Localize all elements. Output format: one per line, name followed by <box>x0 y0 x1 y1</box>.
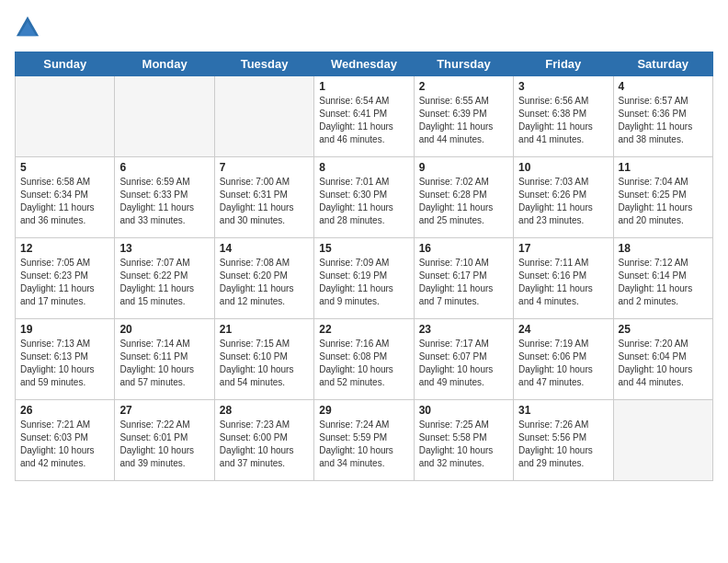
cell-info: Sunrise: 7:23 AM Sunset: 6:00 PM Dayligh… <box>220 419 309 470</box>
cell-info: Sunrise: 7:01 AM Sunset: 6:30 PM Dayligh… <box>319 176 408 227</box>
calendar-cell: 12Sunrise: 7:05 AM Sunset: 6:23 PM Dayli… <box>16 238 115 319</box>
day-number: 10 <box>518 161 608 174</box>
calendar-cell: 11Sunrise: 7:04 AM Sunset: 6:25 PM Dayli… <box>613 157 712 238</box>
day-number: 6 <box>119 161 209 174</box>
day-number: 26 <box>20 404 109 417</box>
weekday-header-friday: Friday <box>514 52 613 76</box>
cell-info: Sunrise: 7:03 AM Sunset: 6:26 PM Dayligh… <box>518 176 608 227</box>
cell-info: Sunrise: 7:04 AM Sunset: 6:25 PM Dayligh… <box>619 176 708 227</box>
day-number: 17 <box>518 242 608 255</box>
day-number: 12 <box>20 242 109 255</box>
day-number: 15 <box>319 242 408 255</box>
day-number: 19 <box>20 323 109 336</box>
calendar-cell: 16Sunrise: 7:10 AM Sunset: 6:17 PM Dayli… <box>414 238 513 319</box>
calendar-cell: 2Sunrise: 6:55 AM Sunset: 6:39 PM Daylig… <box>414 76 513 157</box>
cell-info: Sunrise: 7:14 AM Sunset: 6:11 PM Dayligh… <box>119 338 209 389</box>
cell-info: Sunrise: 7:26 AM Sunset: 5:56 PM Dayligh… <box>518 419 608 470</box>
day-number: 8 <box>319 161 408 174</box>
calendar-cell <box>214 76 313 157</box>
cell-info: Sunrise: 6:57 AM Sunset: 6:36 PM Dayligh… <box>619 95 708 146</box>
day-number: 23 <box>419 323 508 336</box>
day-number: 29 <box>319 404 408 417</box>
calendar-cell: 18Sunrise: 7:12 AM Sunset: 6:14 PM Dayli… <box>613 238 712 319</box>
calendar-cell: 9Sunrise: 7:02 AM Sunset: 6:28 PM Daylig… <box>414 157 513 238</box>
cell-info: Sunrise: 7:20 AM Sunset: 6:04 PM Dayligh… <box>619 338 708 389</box>
calendar-cell: 26Sunrise: 7:21 AM Sunset: 6:03 PM Dayli… <box>16 400 115 481</box>
day-number: 21 <box>220 323 309 336</box>
day-number: 14 <box>220 242 309 255</box>
cell-info: Sunrise: 7:02 AM Sunset: 6:28 PM Dayligh… <box>419 176 508 227</box>
calendar-week-5: 26Sunrise: 7:21 AM Sunset: 6:03 PM Dayli… <box>16 400 713 481</box>
cell-info: Sunrise: 7:11 AM Sunset: 6:16 PM Dayligh… <box>518 257 608 308</box>
cell-info: Sunrise: 7:05 AM Sunset: 6:23 PM Dayligh… <box>20 257 109 308</box>
day-number: 20 <box>119 323 209 336</box>
day-number: 30 <box>419 404 508 417</box>
calendar-cell: 8Sunrise: 7:01 AM Sunset: 6:30 PM Daylig… <box>314 157 414 238</box>
cell-info: Sunrise: 7:19 AM Sunset: 6:06 PM Dayligh… <box>518 338 608 389</box>
calendar-week-4: 19Sunrise: 7:13 AM Sunset: 6:13 PM Dayli… <box>16 319 713 400</box>
cell-info: Sunrise: 7:10 AM Sunset: 6:17 PM Dayligh… <box>419 257 508 308</box>
day-number: 9 <box>419 161 508 174</box>
day-number: 4 <box>619 80 708 93</box>
day-number: 1 <box>319 80 408 93</box>
calendar-cell <box>613 400 712 481</box>
page-header <box>15 15 713 40</box>
day-number: 16 <box>419 242 508 255</box>
cell-info: Sunrise: 7:12 AM Sunset: 6:14 PM Dayligh… <box>619 257 708 308</box>
calendar-table: SundayMondayTuesdayWednesdayThursdayFrid… <box>15 52 713 481</box>
calendar-week-3: 12Sunrise: 7:05 AM Sunset: 6:23 PM Dayli… <box>16 238 713 319</box>
calendar-cell: 24Sunrise: 7:19 AM Sunset: 6:06 PM Dayli… <box>514 319 613 400</box>
calendar-cell: 25Sunrise: 7:20 AM Sunset: 6:04 PM Dayli… <box>613 319 712 400</box>
day-number: 5 <box>20 161 109 174</box>
calendar-cell: 6Sunrise: 6:59 AM Sunset: 6:33 PM Daylig… <box>115 157 214 238</box>
cell-info: Sunrise: 7:13 AM Sunset: 6:13 PM Dayligh… <box>20 338 109 389</box>
calendar-cell: 22Sunrise: 7:16 AM Sunset: 6:08 PM Dayli… <box>314 319 414 400</box>
calendar-cell: 28Sunrise: 7:23 AM Sunset: 6:00 PM Dayli… <box>214 400 313 481</box>
cell-info: Sunrise: 7:22 AM Sunset: 6:01 PM Dayligh… <box>119 419 209 470</box>
cell-info: Sunrise: 6:55 AM Sunset: 6:39 PM Dayligh… <box>419 95 508 146</box>
day-number: 22 <box>319 323 408 336</box>
calendar-cell: 20Sunrise: 7:14 AM Sunset: 6:11 PM Dayli… <box>115 319 214 400</box>
calendar-cell <box>16 76 115 157</box>
logo <box>15 15 44 40</box>
cell-info: Sunrise: 7:21 AM Sunset: 6:03 PM Dayligh… <box>20 419 109 470</box>
cell-info: Sunrise: 6:59 AM Sunset: 6:33 PM Dayligh… <box>119 176 209 227</box>
calendar-cell: 30Sunrise: 7:25 AM Sunset: 5:58 PM Dayli… <box>414 400 513 481</box>
cell-info: Sunrise: 7:24 AM Sunset: 5:59 PM Dayligh… <box>319 419 408 470</box>
weekday-header-sunday: Sunday <box>16 52 115 76</box>
day-number: 31 <box>518 404 608 417</box>
weekday-header-row: SundayMondayTuesdayWednesdayThursdayFrid… <box>16 52 713 76</box>
calendar-cell: 7Sunrise: 7:00 AM Sunset: 6:31 PM Daylig… <box>214 157 313 238</box>
cell-info: Sunrise: 7:08 AM Sunset: 6:20 PM Dayligh… <box>220 257 309 308</box>
day-number: 11 <box>619 161 708 174</box>
cell-info: Sunrise: 7:25 AM Sunset: 5:58 PM Dayligh… <box>419 419 508 470</box>
day-number: 7 <box>220 161 309 174</box>
calendar-cell: 4Sunrise: 6:57 AM Sunset: 6:36 PM Daylig… <box>613 76 712 157</box>
calendar-cell: 10Sunrise: 7:03 AM Sunset: 6:26 PM Dayli… <box>514 157 613 238</box>
weekday-header-monday: Monday <box>115 52 214 76</box>
calendar-week-2: 5Sunrise: 6:58 AM Sunset: 6:34 PM Daylig… <box>16 157 713 238</box>
calendar-cell: 31Sunrise: 7:26 AM Sunset: 5:56 PM Dayli… <box>514 400 613 481</box>
cell-info: Sunrise: 6:54 AM Sunset: 6:41 PM Dayligh… <box>319 95 408 146</box>
calendar-cell: 21Sunrise: 7:15 AM Sunset: 6:10 PM Dayli… <box>214 319 313 400</box>
calendar-cell: 29Sunrise: 7:24 AM Sunset: 5:59 PM Dayli… <box>314 400 414 481</box>
cell-info: Sunrise: 7:16 AM Sunset: 6:08 PM Dayligh… <box>319 338 408 389</box>
day-number: 13 <box>119 242 209 255</box>
calendar-cell: 23Sunrise: 7:17 AM Sunset: 6:07 PM Dayli… <box>414 319 513 400</box>
calendar-cell: 13Sunrise: 7:07 AM Sunset: 6:22 PM Dayli… <box>115 238 214 319</box>
calendar-cell <box>115 76 214 157</box>
calendar-cell: 27Sunrise: 7:22 AM Sunset: 6:01 PM Dayli… <box>115 400 214 481</box>
cell-info: Sunrise: 7:00 AM Sunset: 6:31 PM Dayligh… <box>220 176 309 227</box>
calendar-week-1: 1Sunrise: 6:54 AM Sunset: 6:41 PM Daylig… <box>16 76 713 157</box>
weekday-header-saturday: Saturday <box>613 52 712 76</box>
cell-info: Sunrise: 6:56 AM Sunset: 6:38 PM Dayligh… <box>518 95 608 146</box>
cell-info: Sunrise: 6:58 AM Sunset: 6:34 PM Dayligh… <box>20 176 109 227</box>
calendar-body: 1Sunrise: 6:54 AM Sunset: 6:41 PM Daylig… <box>16 76 713 481</box>
weekday-header-thursday: Thursday <box>414 52 513 76</box>
cell-info: Sunrise: 7:07 AM Sunset: 6:22 PM Dayligh… <box>119 257 209 308</box>
day-number: 25 <box>619 323 708 336</box>
day-number: 27 <box>119 404 209 417</box>
day-number: 3 <box>518 80 608 93</box>
calendar-cell: 1Sunrise: 6:54 AM Sunset: 6:41 PM Daylig… <box>314 76 414 157</box>
cell-info: Sunrise: 7:15 AM Sunset: 6:10 PM Dayligh… <box>220 338 309 389</box>
